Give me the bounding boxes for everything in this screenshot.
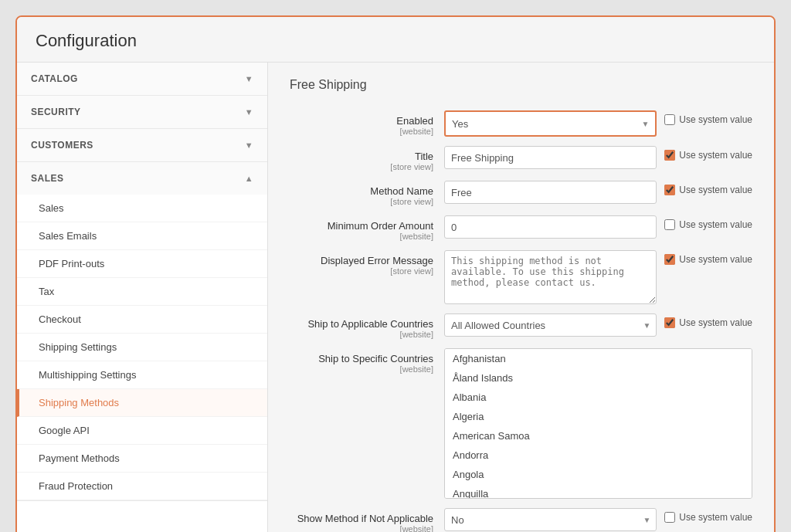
sidebar-item-shipping-settings[interactable]: Shipping Settings (17, 334, 267, 361)
use-system-label-ship-applicable-countries: Use system value (679, 317, 752, 328)
sidebar-item-google-api[interactable]: Google API (17, 417, 267, 445)
input-minimum-order-amount[interactable] (444, 215, 657, 239)
listbox-ship-specific-countries[interactable]: AfghanistanÅland IslandsAlbaniaAlgeriaAm… (444, 348, 752, 499)
textarea-displayed-error-message[interactable] (444, 250, 657, 304)
input-cell-enabled: YesNo▼Use system value (444, 110, 752, 137)
label-main-displayed-error-message: Displayed Error Message (290, 255, 433, 266)
form-row-show-method-not-applicable: Show Method if Not Applicable[website]No… (290, 508, 752, 532)
checkbox-method-name[interactable] (664, 185, 675, 195)
use-system-label-minimum-order-amount: Use system value (679, 219, 752, 230)
sidebar-header-security[interactable]: SECURITY▼ (17, 96, 267, 128)
label-sub-show-method-not-applicable: [website] (290, 524, 433, 532)
sidebar-item-payment-methods[interactable]: Payment Methods (17, 445, 267, 473)
sidebar-items-sales: SalesSales EmailsPDF Print-outsTaxChecko… (17, 195, 267, 500)
sidebar-header-label-sales: SALES (31, 173, 63, 184)
sidebar-header-sales[interactable]: SALES▲ (17, 162, 267, 195)
use-system-value-enabled[interactable]: Use system value (664, 110, 752, 125)
sidebar-item-pdf-print-outs[interactable]: PDF Print-outs (17, 250, 267, 278)
sidebar-header-label-security: SECURITY (31, 107, 81, 117)
list-item[interactable]: Afghanistan (445, 349, 752, 368)
list-item[interactable]: American Samoa (445, 426, 752, 446)
use-system-value-ship-applicable-countries[interactable]: Use system value (664, 313, 752, 328)
checkbox-displayed-error-message[interactable] (664, 254, 675, 265)
input-cell-method-name: Use system value (444, 181, 752, 204)
label-cell-minimum-order-amount: Minimum Order Amount[website] (290, 215, 444, 241)
sidebar-header-label-customers: CUSTOMERS (31, 140, 93, 151)
checkbox-show-method-not-applicable[interactable] (664, 512, 675, 523)
sidebar-item-checkout[interactable]: Checkout (17, 306, 267, 334)
checkbox-minimum-order-amount[interactable] (664, 219, 675, 230)
list-item[interactable]: Angola (445, 465, 752, 484)
label-sub-ship-specific-countries: [website] (290, 364, 433, 374)
page-title: Configuration (17, 17, 774, 63)
checkbox-title[interactable] (664, 150, 675, 161)
label-main-title: Title (290, 151, 433, 162)
input-cell-minimum-order-amount: Use system value (444, 215, 752, 239)
label-sub-method-name: [store view] (290, 197, 433, 206)
input-title[interactable] (444, 146, 657, 169)
label-cell-displayed-error-message: Displayed Error Message[store view] (290, 250, 444, 276)
sidebar-header-label-catalog: CATALOG (31, 73, 78, 84)
form-row-enabled: Enabled[website]YesNo▼Use system value (290, 110, 752, 137)
label-sub-minimum-order-amount: [website] (290, 232, 433, 241)
sidebar-item-fraud-protection[interactable]: Fraud Protection (17, 473, 267, 500)
label-main-minimum-order-amount: Minimum Order Amount (290, 220, 433, 232)
content-area: Free Shipping Enabled[website]YesNo▼Use … (268, 63, 774, 532)
sidebar-section-catalog: CATALOG▼ (17, 63, 267, 96)
form-row-ship-specific-countries: Ship to Specific Countries[website]Afgha… (290, 348, 752, 499)
use-system-label-displayed-error-message: Use system value (679, 254, 752, 265)
use-system-value-title[interactable]: Use system value (664, 146, 752, 161)
use-system-label-title: Use system value (679, 150, 752, 161)
form-row-title: Title[store view]Use system value (290, 146, 752, 171)
input-cell-show-method-not-applicable: NoYes▼Use system value (444, 508, 752, 531)
use-system-value-minimum-order-amount[interactable]: Use system value (664, 215, 752, 230)
sidebar-header-catalog[interactable]: CATALOG▼ (17, 63, 267, 95)
checkbox-enabled[interactable] (664, 114, 675, 125)
chevron-up-icon: ▲ (245, 174, 253, 183)
label-main-ship-specific-countries: Ship to Specific Countries (290, 353, 433, 364)
checkbox-ship-applicable-countries[interactable] (664, 317, 675, 328)
list-item[interactable]: Andorra (445, 446, 752, 465)
use-system-value-method-name[interactable]: Use system value (664, 181, 752, 195)
sidebar-header-customers[interactable]: CUSTOMERS▼ (17, 129, 267, 161)
sidebar-item-multishipping-settings[interactable]: Multishipping Settings (17, 361, 267, 389)
use-system-label-method-name: Use system value (679, 185, 752, 195)
select-ship-applicable-countries[interactable]: All Allowed CountriesSpecific Countries (444, 313, 657, 337)
use-system-value-show-method-not-applicable[interactable]: Use system value (664, 508, 752, 523)
sidebar-item-shipping-methods[interactable]: Shipping Methods (17, 389, 267, 417)
label-main-method-name: Method Name (290, 185, 433, 197)
label-cell-title: Title[store view] (290, 146, 444, 171)
sidebar-item-tax[interactable]: Tax (17, 278, 267, 306)
select-show-method-not-applicable[interactable]: NoYes (444, 508, 657, 531)
label-sub-enabled: [website] (290, 127, 433, 136)
select-enabled[interactable]: YesNo (446, 112, 655, 135)
list-item[interactable]: Algeria (445, 407, 752, 426)
list-item[interactable]: Anguilla (445, 484, 752, 499)
label-cell-ship-specific-countries: Ship to Specific Countries[website] (290, 348, 444, 374)
page-wrapper: Configuration CATALOG▼SECURITY▼CUSTOMERS… (15, 15, 776, 532)
form-row-minimum-order-amount: Minimum Order Amount[website]Use system … (290, 215, 752, 241)
label-sub-displayed-error-message: [store view] (290, 266, 433, 276)
label-cell-method-name: Method Name[store view] (290, 181, 444, 206)
label-cell-enabled: Enabled[website] (290, 110, 444, 136)
list-item[interactable]: Albania (445, 388, 752, 407)
select-wrapper-ship-applicable-countries: All Allowed CountriesSpecific Countries▼ (444, 313, 657, 337)
input-cell-ship-specific-countries: AfghanistanÅland IslandsAlbaniaAlgeriaAm… (444, 348, 752, 499)
sidebar-item-sales[interactable]: Sales (17, 195, 267, 222)
input-cell-title: Use system value (444, 146, 752, 169)
sidebar-section-security: SECURITY▼ (17, 96, 267, 129)
input-method-name[interactable] (444, 181, 657, 204)
use-system-value-displayed-error-message[interactable]: Use system value (664, 250, 752, 265)
list-item[interactable]: Åland Islands (445, 368, 752, 388)
use-system-label-enabled: Use system value (679, 114, 752, 125)
input-cell-displayed-error-message: Use system value (444, 250, 752, 304)
main-layout: CATALOG▼SECURITY▼CUSTOMERS▼SALES▲SalesSa… (17, 63, 774, 532)
section-title: Free Shipping (290, 78, 752, 98)
chevron-down-icon: ▼ (245, 141, 253, 150)
label-cell-ship-applicable-countries: Ship to Applicable Countries[website] (290, 313, 444, 339)
sidebar-item-sales-emails[interactable]: Sales Emails (17, 222, 267, 250)
label-sub-ship-applicable-countries: [website] (290, 330, 433, 339)
label-cell-show-method-not-applicable: Show Method if Not Applicable[website] (290, 508, 444, 532)
form-row-method-name: Method Name[store view]Use system value (290, 181, 752, 206)
label-main-enabled: Enabled (290, 115, 433, 127)
